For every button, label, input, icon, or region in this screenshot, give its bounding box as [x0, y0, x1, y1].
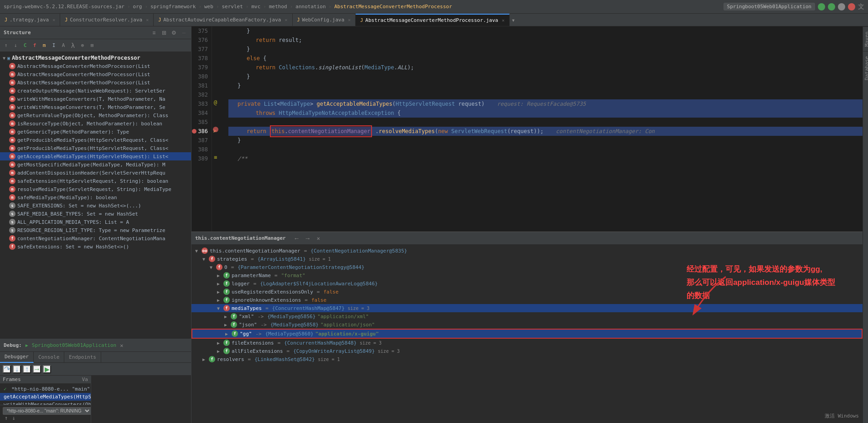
var-item-strategies[interactable]: ▼ f strategies = {ArrayList@5841} size =… [191, 255, 863, 263]
var-expand-resolvers: ▶ [202, 357, 207, 362]
tree-item-10[interactable]: m getProducibleMediaTypes(HttpServletReq… [0, 144, 191, 152]
badge-4: m [9, 96, 16, 102]
nav-back-button[interactable]: ← [292, 235, 301, 242]
var-item-mediatypes[interactable]: ▼ f mediaTypes = {ConcurrentHashMap@5847… [191, 304, 863, 312]
tab-close-constructor[interactable]: ✕ [146, 17, 149, 22]
thread-dropdown[interactable]: *http-nio-8080-e... "main": RUNNING [3, 407, 91, 415]
more-tabs-button[interactable]: ▾ [512, 16, 515, 24]
tree-item-2[interactable]: m AbstractMessageConverterMethodProcesso… [0, 78, 191, 87]
tab-close-strategy[interactable]: ✕ [52, 17, 55, 22]
debug-tab-debugger[interactable]: Debugger [0, 352, 34, 363]
var-item-resolvers[interactable]: ▶ f resolvers = {LinkedHashSet@5842} siz… [191, 355, 863, 363]
abstract-icon[interactable]: A [59, 41, 67, 50]
var-name-0: 0 [224, 264, 227, 270]
tree-item-4[interactable]: m writeWithMessageConverters(T, MethodPa… [0, 95, 191, 103]
var-item-xml[interactable]: ▶ f "xml" -> {MediaType@5856} "applicati… [191, 312, 863, 320]
tree-item-8[interactable]: m getGenericType(MethodParameter): Type [0, 128, 191, 136]
watermark: 激活 Windows [825, 413, 859, 419]
var-item-fileext[interactable]: ▶ f fileExtensions = {ConcurrentHashMap@… [191, 339, 863, 347]
tree-item-7[interactable]: m isResourceType(Object, MethodParameter… [0, 119, 191, 128]
tree-item-20[interactable]: s RESOURCE_REGION_LIST_TYPE: Type = new … [0, 226, 191, 234]
tree-item-22[interactable]: f safeExtensions: Set = new HashSet<>() [0, 242, 191, 251]
breadcrumb-springframework: springframework [150, 4, 196, 10]
tree-item-9[interactable]: m getProducibleMediaTypes(HttpServletReq… [0, 136, 191, 144]
stop-button[interactable] [848, 3, 855, 10]
coverage-button[interactable] [838, 3, 845, 10]
tree-item-6[interactable]: m getReturnValueType(Object, MethodParam… [0, 111, 191, 119]
filter-icon[interactable]: C [21, 41, 29, 50]
var-item-logger[interactable]: ▶ f logger = {LogAdapter$Slf4jLocationAw… [191, 279, 863, 288]
tree-item-3[interactable]: m createOutputMessage(NativeWebRequest):… [0, 87, 191, 95]
sort-asc-icon[interactable]: ↑ [2, 41, 10, 50]
debug-tab-endpoints[interactable]: Endpoints [64, 352, 101, 363]
tab-webconfig[interactable]: J WebConfig.java ✕ [293, 14, 356, 26]
structure-expand-button[interactable]: ⊞ [160, 29, 168, 36]
tab-close-webconfig[interactable]: ✕ [348, 17, 351, 22]
tree-item-14[interactable]: m safeExtension(HttpServletRequest, Stri… [0, 177, 191, 185]
var-item-ignoreunknown[interactable]: ▶ f ignoreUnknownExtensions = false [191, 296, 863, 304]
tab-label-amcmp: AbstractMessageConverterMethodProcessor.… [365, 17, 498, 23]
tree-item-19[interactable]: s ALL_APPLICATION_MEDIA_TYPES: List = A [0, 218, 191, 226]
run-button[interactable] [818, 3, 825, 10]
var-item-root[interactable]: ▼ oo this.contentNegotiationManager = {C… [191, 247, 863, 255]
sidebar-tab-maven[interactable]: Maven [863, 26, 868, 51]
tab-strategy[interactable]: J .trategy.java ✕ [0, 14, 60, 26]
debug-run-to-cursor[interactable]: → [33, 365, 41, 373]
var-val-allfileext: {CopyOnWriteArrayList@5849} size = 3 [293, 348, 400, 354]
tree-item-0[interactable]: m AbstractMessageConverterMethodProcesso… [0, 62, 191, 70]
lambda-icon[interactable]: λ [69, 41, 77, 50]
frame-check-icon: ✓ [4, 386, 7, 392]
debug-step-out[interactable]: ↑ [23, 365, 31, 373]
debug-tab-console[interactable]: Console [34, 352, 64, 363]
tree-item-12[interactable]: m getMostSpecificMediaType(MediaType, Me… [0, 160, 191, 169]
expand-all-icon[interactable]: ⊕ [78, 41, 87, 50]
debug-step-into[interactable]: ↓ [13, 365, 21, 373]
method-icon[interactable]: m [40, 41, 48, 50]
badge-21: f [9, 235, 16, 242]
up-arrow-icon[interactable]: ↑ [5, 415, 8, 421]
frame-item-write-with[interactable]: writeWithMessageConverters(Object, Metho… [0, 401, 91, 405]
down-arrow-icon[interactable]: ↓ [12, 415, 15, 421]
code-lines[interactable]: } return result; } els [225, 26, 863, 232]
tree-item-16[interactable]: m safeMediaType(MediaType): boolean [0, 193, 191, 201]
sidebar-tab-database[interactable]: Database [863, 51, 868, 85]
debug-button[interactable] [828, 3, 835, 10]
tab-amcmp[interactable]: J AbstractMessageConverterMethodProcesso… [356, 14, 509, 26]
debug-close-button[interactable]: ✕ [120, 342, 123, 349]
var-item-useregistered[interactable]: ▶ f useRegisteredExtensionsOnly = false [191, 288, 863, 296]
nav-forward-button[interactable]: → [303, 235, 312, 242]
frame-item-get-acceptable[interactable]: getAcceptableMediaTypes(HttpServletReque… [0, 393, 91, 401]
badge-8: m [9, 129, 16, 135]
var-item-json[interactable]: ▶ f "json" -> {MediaType@5858} "applicat… [191, 320, 863, 329]
var-item-0[interactable]: ▼ f 0 = {ParameterContentNegotiationStra… [191, 263, 863, 271]
tree-item-5[interactable]: m writeWithMessageConverters(T, MethodPa… [0, 103, 191, 111]
tree-item-13[interactable]: m addContentDispositionHeader(ServletSer… [0, 169, 191, 177]
close-viewer-button[interactable]: ✕ [317, 235, 320, 242]
field-icon[interactable]: f [31, 41, 39, 50]
tab-close-amcmp[interactable]: ✕ [502, 18, 505, 23]
var-item-allfileext[interactable]: ▶ f allFileExtensions = {CopyOnWriteArra… [191, 347, 863, 355]
var-item-paramname[interactable]: ▶ f parameterName = "format" [191, 271, 863, 279]
tab-close-beanfactory[interactable]: ✕ [284, 17, 287, 22]
tree-item-15[interactable]: m resolveMediaType(ServletRequest, Strin… [0, 185, 191, 193]
sort-desc-icon[interactable]: ↓ [11, 41, 20, 50]
tree-expand-root[interactable]: ▼ [3, 56, 5, 61]
tree-item-18[interactable]: s SAFE_MEDIA_BASE_TYPES: Set = new HashS… [0, 210, 191, 218]
var-item-gg[interactable]: ▶ f "gg" -> {MediaType@5860} "applicatio… [191, 329, 863, 339]
tab-constructor[interactable]: J ConstructorResolver.java ✕ [60, 14, 154, 26]
tab-beanfactory[interactable]: J AbstractAutowireCapableBeanFactory.jav… [154, 14, 292, 26]
var-expand-strategies: ▼ [202, 257, 207, 262]
tab-icon-amcmp: J [360, 18, 363, 23]
structure-sort-button[interactable]: ≡ [150, 29, 158, 36]
tree-item-17[interactable]: s SAFE_EXTENSIONS: Set = new HashSet<>(.… [0, 201, 191, 210]
frame-item-thread[interactable]: ✓ *http-nio-8080-e... "main": RUNNING [0, 385, 91, 393]
show-members-icon[interactable]: ⊞ [88, 41, 96, 50]
tree-item-21[interactable]: f contentNegotiationManager: ContentNego… [0, 234, 191, 242]
debug-step-over[interactable]: ↷ [3, 365, 11, 373]
inherited-icon[interactable]: I [50, 41, 58, 50]
structure-settings-button[interactable]: ⚙ [170, 29, 178, 36]
tree-item-11[interactable]: m getAcceptableMediaTypes(HttpServletReq… [0, 152, 191, 160]
app-label[interactable]: Springboot05Web01Application [723, 3, 815, 10]
tree-item-1[interactable]: m AbstractMessageConverterMethodProcesso… [0, 70, 191, 78]
debug-resume[interactable]: ▶ [43, 365, 51, 373]
